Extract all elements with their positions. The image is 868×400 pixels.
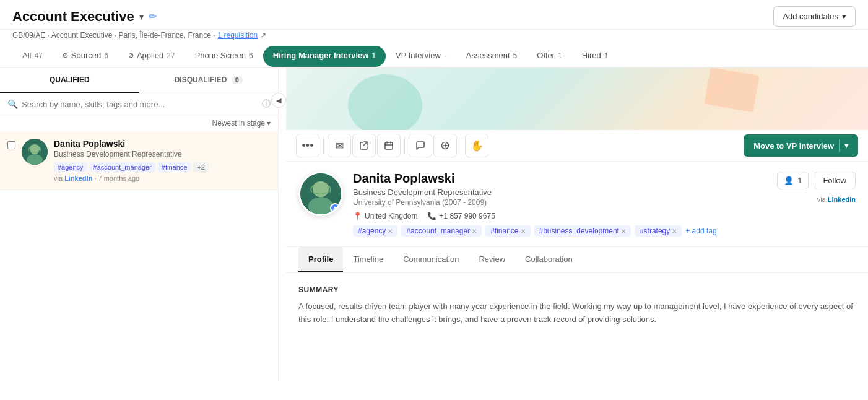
requisition-link[interactable]: 1 requisition xyxy=(217,31,258,40)
via-source: via LinkedIn xyxy=(817,196,856,203)
followers-button[interactable]: 👤 1 xyxy=(777,172,809,189)
remove-account-manager-tag[interactable]: ✕ xyxy=(472,228,477,235)
tab-review[interactable]: Review xyxy=(469,247,515,272)
add-candidates-button[interactable]: Add candidates ▾ xyxy=(773,6,856,27)
search-input[interactable] xyxy=(22,100,258,109)
profile-tabs: Profile Timeline Communication Review Co… xyxy=(286,247,868,273)
summary-section: SUMMARY A focused, results-driven team p… xyxy=(286,273,868,339)
stage-tab-hired[interactable]: Hired 1 xyxy=(572,45,618,68)
all-tab-count: 47 xyxy=(34,51,42,60)
stage-tab-assessment[interactable]: Assessment 5 xyxy=(456,45,527,68)
toolbar-separator-1 xyxy=(323,137,324,154)
avatar-badge xyxy=(330,203,340,213)
summary-title: SUMMARY xyxy=(298,285,856,294)
tag-agency[interactable]: #agency xyxy=(54,162,87,172)
tab-timeline-label: Timeline xyxy=(353,254,383,264)
calendar-button[interactable] xyxy=(377,134,401,157)
reject-button[interactable]: ✋ xyxy=(465,134,488,157)
add-candidates-caret-icon: ▾ xyxy=(842,12,846,21)
move-btn-label: Move to VP Interview xyxy=(753,141,834,150)
info-icon[interactable]: ⓘ xyxy=(262,98,271,110)
candidate-list: Danita Poplawski Business Development Re… xyxy=(0,131,278,381)
profile-header: Danita Poplawski Business Development Re… xyxy=(286,162,868,247)
svg-rect-3 xyxy=(30,145,40,151)
location-icon: 📍 xyxy=(353,212,362,220)
assessment-tab-label: Assessment xyxy=(466,51,510,60)
stage-tab-sourced[interactable]: ⊘ Sourced 6 xyxy=(53,45,118,68)
qualified-tab[interactable]: QUALIFIED xyxy=(0,68,139,93)
profile-tag-strategy[interactable]: #strategy ✕ xyxy=(635,225,682,237)
candidate-checkbox[interactable] xyxy=(7,141,15,149)
remove-biz-dev-tag[interactable]: ✕ xyxy=(621,228,626,235)
disqualified-tab[interactable]: DISQUALIFIED 0 xyxy=(139,68,279,93)
stage-tab-hiring-manager[interactable]: Hiring Manager Interview 1 xyxy=(263,46,386,67)
tab-communication[interactable]: Communication xyxy=(393,247,469,272)
merge-button[interactable] xyxy=(433,134,457,157)
add-tag-button[interactable]: + add tag xyxy=(685,227,716,235)
profile-education: University of Pennsylvania (2007 - 2009) xyxy=(353,198,767,207)
profile-banner xyxy=(286,68,868,130)
email-button[interactable]: ✉ xyxy=(328,134,351,157)
stage-tab-vp-interview[interactable]: VP Interview - xyxy=(386,45,456,68)
sort-button[interactable]: Newest in stage ▾ xyxy=(212,119,271,128)
remove-finance-tag[interactable]: ✕ xyxy=(521,228,526,235)
collapse-panel-button[interactable]: ◀ xyxy=(271,93,286,108)
vp-interview-tab-count: - xyxy=(444,51,446,60)
title-chevron-icon[interactable]: ▾ xyxy=(139,12,144,22)
breadcrumb: GB/09/AE · Account Executive · Paris, Îl… xyxy=(0,30,868,45)
move-to-vp-button[interactable]: Move to VP Interview ▾ xyxy=(744,134,858,157)
profile-tag-business-dev[interactable]: #business_development ✕ xyxy=(534,225,631,237)
toolbar-separator-2 xyxy=(404,137,405,154)
sourced-icon: ⊘ xyxy=(63,51,68,59)
profile-tag-finance[interactable]: #finance ✕ xyxy=(485,225,530,237)
tab-collaboration[interactable]: Collaboration xyxy=(515,247,583,272)
hired-tab-count: 1 xyxy=(604,51,609,60)
tab-communication-label: Communication xyxy=(403,254,459,264)
followers-count: 1 xyxy=(797,176,802,185)
remove-agency-tag[interactable]: ✕ xyxy=(388,228,393,235)
qualified-tab-label: QUALIFIED xyxy=(50,76,90,84)
phone-item: 📞 +1 857 990 9675 xyxy=(427,212,495,220)
stage-tab-phone-screen[interactable]: Phone Screen 6 xyxy=(185,45,263,68)
profile-job-title: Business Development Representative xyxy=(353,188,767,197)
candidate-item[interactable]: Danita Poplawski Business Development Re… xyxy=(0,131,278,190)
content-area: QUALIFIED DISQUALIFIED 0 🔍 ⓘ Newest in s… xyxy=(0,68,868,381)
external-link-icon[interactable]: ↗ xyxy=(260,31,266,40)
toolbar-separator-3 xyxy=(461,137,461,154)
vp-interview-tab-label: VP Interview xyxy=(396,51,441,60)
add-candidates-label: Add candidates xyxy=(783,12,838,21)
tab-timeline[interactable]: Timeline xyxy=(343,247,393,272)
disqualified-count-badge: 0 xyxy=(232,76,243,84)
svg-rect-9 xyxy=(313,183,329,193)
action-toolbar: ••• ✉ xyxy=(286,130,868,162)
tag-more[interactable]: +2 xyxy=(193,162,209,172)
offer-tab-label: Offer xyxy=(537,51,555,60)
candidate-job-title: Business Development Representative xyxy=(54,150,271,159)
more-actions-button[interactable]: ••• xyxy=(296,134,319,157)
tag-finance[interactable]: #finance xyxy=(158,162,191,172)
follow-section: 👤 1 Follow via LinkedIn xyxy=(777,172,856,203)
stage-tab-offer[interactable]: Offer 1 xyxy=(527,45,571,68)
candidate-tags: #agency #account_manager #finance +2 xyxy=(54,162,271,172)
profile-tag-account-manager[interactable]: #account_manager ✕ xyxy=(401,225,482,237)
hiring-manager-tab-label: Hiring Manager Interview xyxy=(273,51,369,60)
tab-profile[interactable]: Profile xyxy=(298,247,343,272)
profile-tag-agency[interactable]: #agency ✕ xyxy=(353,225,397,237)
profile-contact: 📍 United Kingdom 📞 +1 857 990 9675 xyxy=(353,212,767,220)
edit-icon[interactable]: ✏ xyxy=(149,11,157,22)
follow-button[interactable]: Follow xyxy=(814,172,856,189)
comment-button[interactable] xyxy=(409,134,432,157)
stage-tab-all[interactable]: All 47 xyxy=(12,45,53,68)
offer-tab-count: 1 xyxy=(558,51,562,60)
search-row: 🔍 ⓘ xyxy=(0,93,278,115)
sourced-tab-count: 6 xyxy=(104,51,108,60)
candidate-info: Danita Poplawski Business Development Re… xyxy=(54,139,271,182)
profile-name: Danita Poplawski xyxy=(353,172,767,186)
stage-tab-applied[interactable]: ⊘ Applied 27 xyxy=(118,45,185,68)
move-btn-caret-icon[interactable]: ▾ xyxy=(844,141,848,150)
remove-strategy-tag[interactable]: ✕ xyxy=(672,228,677,235)
tag-account-manager[interactable]: #account_manager xyxy=(90,162,155,172)
person-icon: 👤 xyxy=(784,176,794,185)
share-button[interactable] xyxy=(352,134,376,157)
hired-tab-label: Hired xyxy=(582,51,601,60)
